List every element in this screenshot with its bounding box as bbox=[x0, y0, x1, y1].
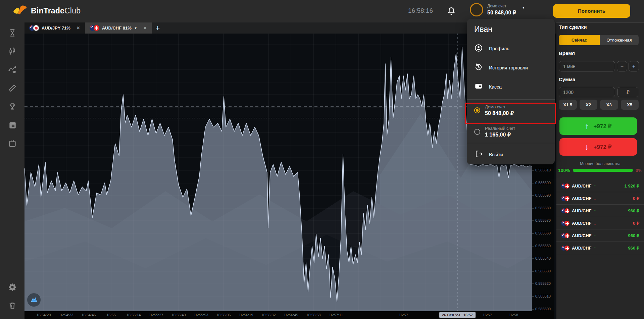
trade-row[interactable]: AUD/CHF↑960 ₽ bbox=[556, 205, 644, 217]
time-axis-label: 16:58 bbox=[509, 313, 518, 317]
deposit-button[interactable]: Пополнить bbox=[553, 4, 630, 18]
gear-icon[interactable] bbox=[0, 279, 24, 295]
price-axis-label: 0.585500 bbox=[535, 307, 551, 311]
asset-tab-label: AUD/CHF 81% bbox=[102, 25, 132, 31]
chart-style-button[interactable] bbox=[27, 293, 41, 307]
arrow-down-icon: ↓ bbox=[585, 143, 589, 151]
time-axis-label: 16:57 bbox=[399, 313, 408, 317]
trade-pair: AUD/CHF bbox=[572, 233, 592, 238]
menu-item-cashier[interactable]: Касса bbox=[474, 82, 502, 92]
trade-row[interactable]: AUD/CHF↑1 920 ₽ bbox=[556, 180, 644, 192]
buy-up-button[interactable]: ↑ +972 ₽ bbox=[559, 117, 637, 135]
trade-pair: AUD/CHF bbox=[572, 196, 592, 201]
trade-type-toggle: Сейчас Отложенная bbox=[559, 35, 639, 45]
majority-down-percent: 0% bbox=[636, 168, 642, 173]
jpy-flag-icon bbox=[33, 25, 39, 31]
logout-icon bbox=[474, 150, 483, 159]
demo-account-option[interactable]: Демо счет50 848,00 ₽ bbox=[474, 104, 514, 116]
multiplier-x3[interactable]: X3 bbox=[600, 100, 618, 110]
account-option-label: Реальный счет bbox=[485, 126, 515, 131]
account-balance: 50 848,00 ₽ bbox=[487, 9, 516, 16]
crosshair-time-tooltip: 26 Сен '23 · 16:57 bbox=[439, 312, 476, 318]
trade-type-pending[interactable]: Отложенная bbox=[600, 35, 639, 45]
menu-item-history[interactable]: История торговли bbox=[474, 63, 528, 72]
sell-down-button[interactable]: ↓ +972 ₽ bbox=[559, 138, 637, 156]
chf-flag-icon bbox=[564, 221, 569, 226]
currency-button[interactable]: ₽ bbox=[617, 87, 638, 97]
calendar-icon[interactable] bbox=[0, 136, 24, 151]
chevron-down-icon[interactable]: ▼ bbox=[134, 26, 137, 30]
ruler-icon[interactable] bbox=[0, 81, 24, 96]
radio-selected-icon[interactable] bbox=[474, 107, 480, 113]
list-icon[interactable] bbox=[0, 117, 24, 133]
asset-tab-label: AUD/JPY 71% bbox=[42, 25, 70, 31]
price-axis-label: 0.585530 bbox=[535, 269, 551, 273]
price-axis-label: 0.585570 bbox=[535, 218, 551, 222]
brand-logo[interactable]: BinTradeClub bbox=[13, 3, 81, 18]
logout-button[interactable]: Выйти bbox=[474, 150, 503, 159]
currency-pair-flags bbox=[561, 208, 569, 213]
chf-flag-icon bbox=[564, 196, 569, 201]
candles-icon[interactable] bbox=[0, 44, 24, 59]
time-increase-button[interactable]: + bbox=[629, 61, 639, 71]
account-menu-trigger[interactable]: Демо счет 50 848,00 ₽ ▼ bbox=[470, 3, 525, 16]
trade-row[interactable]: AUD/CHF↓0 ₽ bbox=[556, 217, 644, 229]
real-account-option[interactable]: Реальный счет1 165,00 ₽ bbox=[474, 126, 515, 138]
radio-unselected-icon[interactable] bbox=[474, 129, 480, 135]
currency-pair-flags bbox=[561, 233, 569, 238]
trade-amount: 960 ₽ bbox=[628, 208, 639, 213]
asset-tab-aud-jpy[interactable]: AUD/JPY 71%✕ bbox=[24, 22, 85, 34]
time-axis-label: 16:56:32 bbox=[261, 313, 276, 317]
expiry-time-input[interactable]: 1 мин bbox=[559, 61, 615, 71]
amount-input[interactable]: 1200 bbox=[559, 87, 615, 97]
multiplier-x1.5[interactable]: X1.5 bbox=[559, 100, 577, 110]
indicators-icon[interactable] bbox=[0, 62, 24, 77]
time-axis-label: 16:56:06 bbox=[216, 313, 231, 317]
toolbar-bottom-group bbox=[0, 279, 24, 316]
trade-amount: 960 ₽ bbox=[628, 246, 639, 251]
hourglass-icon[interactable] bbox=[0, 25, 24, 41]
area-chart-icon bbox=[30, 296, 38, 304]
trade-row[interactable]: AUD/CHF↑960 ₽ bbox=[556, 229, 644, 242]
amount-label: Сумма bbox=[559, 76, 575, 82]
add-tab-button[interactable]: + bbox=[152, 22, 164, 34]
trade-type-now[interactable]: Сейчас bbox=[559, 35, 600, 45]
close-tab-icon[interactable]: ✕ bbox=[143, 25, 147, 31]
menu-item-label: История торговли bbox=[489, 65, 528, 70]
trade-pair: AUD/CHF bbox=[572, 183, 592, 189]
time-axis-label: 16:54:46 bbox=[82, 313, 96, 317]
asset-tab-aud-chf[interactable]: AUD/CHF 81%▼✕ bbox=[85, 22, 152, 34]
up-payout: +972 ₽ bbox=[594, 123, 612, 130]
menu-item-profile[interactable]: Профиль bbox=[474, 44, 509, 53]
trade-amount: 0 ₽ bbox=[633, 196, 639, 201]
trade-direction-up-icon: ↑ bbox=[594, 208, 596, 213]
trade-direction-up-icon: ↑ bbox=[594, 233, 596, 238]
multiplier-x5[interactable]: X5 bbox=[621, 100, 639, 110]
chf-flag-icon bbox=[564, 183, 569, 189]
trade-amount: 960 ₽ bbox=[628, 233, 639, 238]
history-icon bbox=[474, 63, 483, 72]
brand-name: BinTradeClub bbox=[31, 6, 81, 15]
account-type-label: Демо счет bbox=[487, 4, 516, 8]
price-axis-label: 0.585610 bbox=[535, 168, 551, 172]
username: Иван bbox=[474, 25, 492, 34]
trash-icon[interactable] bbox=[0, 298, 24, 313]
time-axis-label: 16:57 bbox=[483, 313, 492, 317]
multiplier-x2[interactable]: X2 bbox=[580, 100, 598, 110]
trophy-icon[interactable] bbox=[0, 99, 24, 114]
time-axis-label: 16:55:14 bbox=[127, 313, 141, 317]
trade-row[interactable]: AUD/CHF↓0 ₽ bbox=[556, 192, 644, 205]
time-axis-label: 16:54:20 bbox=[37, 313, 51, 317]
time-axis-label: 16:55 bbox=[106, 313, 116, 317]
close-tab-icon[interactable]: ✕ bbox=[77, 25, 80, 31]
trading-app: 16:54:2016:54:3316:54:4616:5516:55:1416:… bbox=[0, 0, 644, 319]
chevron-down-icon: ▼ bbox=[522, 6, 525, 9]
price-axis-label: 0.585600 bbox=[535, 181, 551, 185]
cashier-icon bbox=[474, 82, 483, 92]
majority-up-percent: 100% bbox=[558, 168, 570, 173]
notifications-bell-icon[interactable] bbox=[446, 6, 456, 16]
trade-row[interactable]: AUD/CHF↑960 ₽ bbox=[556, 242, 644, 254]
toolbar-top-group bbox=[0, 25, 24, 154]
majority-bar bbox=[573, 169, 633, 172]
time-decrease-button[interactable]: − bbox=[617, 61, 627, 71]
